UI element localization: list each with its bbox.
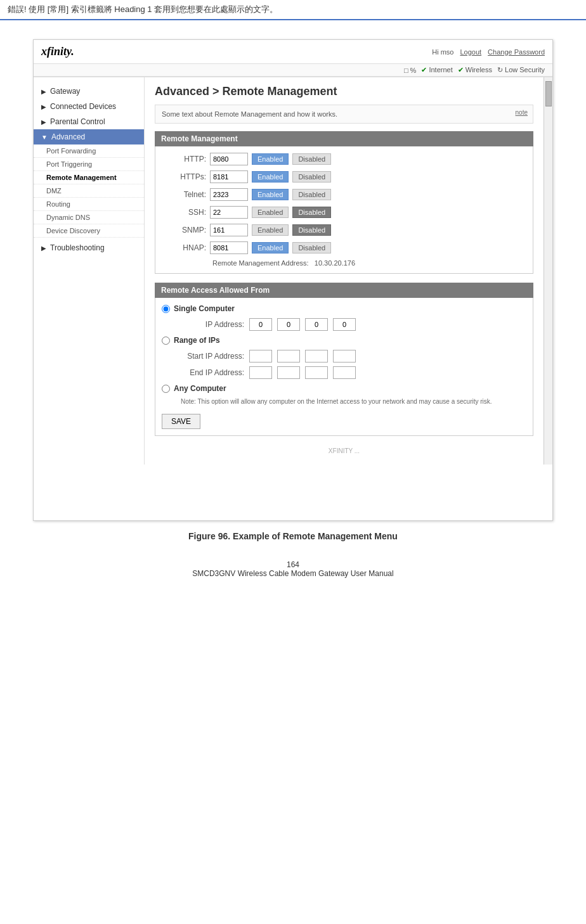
hnap-input[interactable]	[210, 241, 248, 254]
sidebar-sub-dynamic-dns[interactable]: Dynamic DNS	[34, 211, 144, 224]
single-computer-ip-row: IP Address:	[162, 318, 526, 331]
logo-bar: xfinity. Hi mso Logout Change Password	[34, 40, 552, 64]
ssh-disabled-button[interactable]: Disabled	[292, 207, 331, 218]
telnet-disabled-button[interactable]: Disabled	[292, 189, 331, 200]
http-enabled-button[interactable]: Enabled	[252, 153, 289, 165]
browser-inner: ▶ Gateway ▶ Connected Devices ▶ Parental…	[34, 77, 552, 465]
xfinity-logo: xfinity.	[41, 45, 74, 58]
footer-page-number: 164	[25, 560, 561, 569]
ssh-input[interactable]	[210, 206, 248, 219]
remote-address: Remote Management Address: 10.30.20.176	[162, 259, 526, 267]
telnet-label: Telnet:	[162, 190, 206, 199]
ssh-row: SSH: Enabled Disabled	[162, 206, 526, 219]
sidebar-sub-port-triggering[interactable]: Port Triggering	[34, 158, 144, 171]
sidebar-sub-label-device-discovery: Device Discovery	[46, 227, 100, 234]
http-label: HTTP:	[162, 155, 206, 164]
intro-section: Some text about Remote Management and ho…	[155, 105, 533, 124]
sidebar-label-connected-devices: Connected Devices	[50, 102, 116, 111]
error-bar: 錯誤! 使用 [常用] 索引標籤將 Heading 1 套用到您想要在此處顯示的…	[0, 0, 586, 20]
snmp-input[interactable]	[210, 224, 248, 236]
browser-footer-url: XFINITY ...	[155, 445, 533, 457]
ip-octet-3[interactable]	[305, 318, 328, 331]
remote-management-header: Remote Management	[155, 131, 533, 146]
any-computer-label: Any Computer	[174, 384, 226, 393]
internet-status: ✔ Internet	[421, 66, 452, 74]
telnet-input[interactable]	[210, 188, 248, 201]
sidebar-item-gateway[interactable]: ▶ Gateway	[34, 84, 144, 99]
end-ip-octet-2[interactable]	[277, 366, 300, 379]
page-wrapper: xfinity. Hi mso Logout Change Password □…	[0, 20, 586, 603]
remote-address-label: Remote Management Address:	[212, 259, 309, 267]
sidebar-label-advanced: Advanced	[51, 132, 85, 141]
sidebar-label-troubleshooting: Troubleshooting	[50, 243, 105, 252]
remote-management-panel: Remote Management HTTP: Enabled Disabled…	[155, 131, 533, 274]
sidebar-sub-dmz[interactable]: DMZ	[34, 184, 144, 198]
change-password-link[interactable]: Change Password	[488, 48, 545, 56]
hnap-label: HNAP:	[162, 243, 206, 252]
arrow-icon-gateway: ▶	[41, 88, 46, 95]
end-ip-octet-1[interactable]	[249, 366, 272, 379]
range-ip-radio[interactable]	[162, 337, 170, 345]
sidebar-sub-label-remote-management: Remote Management	[46, 174, 117, 181]
any-computer-row: Any Computer	[162, 384, 526, 393]
end-ip-label: End IP Address:	[181, 368, 244, 377]
single-computer-radio[interactable]	[162, 305, 170, 313]
end-ip-octet-4[interactable]	[333, 366, 356, 379]
http-row: HTTP: Enabled Disabled	[162, 153, 526, 165]
sidebar-sub-label-routing: Routing	[46, 200, 70, 208]
save-button[interactable]: SAVE	[162, 414, 200, 429]
sidebar-item-parental-control[interactable]: ▶ Parental Control	[34, 114, 144, 129]
sidebar-sub-port-forwarding[interactable]: Port Forwarding	[34, 144, 144, 158]
figure-caption: Figure 96. Example of Remote Management …	[25, 531, 561, 541]
end-ip-octet-3[interactable]	[305, 366, 328, 379]
ssh-enabled-button[interactable]: Enabled	[252, 207, 289, 218]
http-input[interactable]	[210, 153, 248, 165]
ip-octet-1[interactable]	[249, 318, 272, 331]
scroll-thumb[interactable]	[545, 81, 552, 106]
footer-subtext: SMCD3GNV Wireless Cable Modem Gateway Us…	[25, 569, 561, 578]
start-ip-octet-1[interactable]	[249, 350, 272, 363]
ip-octet-4[interactable]	[333, 318, 356, 331]
sidebar-item-connected-devices[interactable]: ▶ Connected Devices	[34, 99, 144, 114]
telnet-enabled-button[interactable]: Enabled	[252, 189, 289, 200]
range-ip-label: Range of IPs	[174, 336, 220, 345]
start-ip-octet-3[interactable]	[305, 350, 328, 363]
hnap-disabled-button[interactable]: Disabled	[292, 242, 331, 253]
logout-link[interactable]: Logout	[460, 48, 481, 56]
https-enabled-button[interactable]: Enabled	[252, 171, 289, 183]
any-computer-note: Note: This option will allow any compute…	[162, 398, 526, 405]
sidebar-sub-label-port-forwarding: Port Forwarding	[46, 147, 96, 155]
browser-window: xfinity. Hi mso Logout Change Password □…	[33, 39, 553, 521]
page-title: Advanced > Remote Management	[155, 85, 533, 98]
any-computer-radio[interactable]	[162, 385, 170, 393]
browser-scrollbar[interactable]	[544, 77, 552, 465]
start-ip-octet-4[interactable]	[333, 350, 356, 363]
arrow-icon-advanced: ▼	[41, 134, 48, 141]
arrow-icon-parental-control: ▶	[41, 119, 46, 125]
sidebar-item-troubleshooting[interactable]: ▶ Troubleshooting	[34, 240, 144, 255]
user-greeting: Hi mso	[432, 48, 453, 56]
sidebar-sub-remote-management[interactable]: Remote Management	[34, 171, 144, 184]
ssh-label: SSH:	[162, 208, 206, 217]
sidebar-item-advanced[interactable]: ▼ Advanced	[34, 129, 144, 144]
sidebar-sub-routing[interactable]: Routing	[34, 198, 144, 211]
snmp-disabled-button[interactable]: Disabled	[292, 224, 331, 236]
hnap-enabled-button[interactable]: Enabled	[252, 242, 289, 253]
https-input[interactable]	[210, 170, 248, 183]
https-label: HTTPs:	[162, 172, 206, 181]
single-computer-row: Single Computer	[162, 304, 526, 313]
snmp-row: SNMP: Enabled Disabled	[162, 224, 526, 236]
sidebar-sub-label-port-triggering: Port Triggering	[46, 160, 92, 168]
single-computer-label: Single Computer	[174, 304, 235, 313]
note-link[interactable]: note	[516, 109, 528, 116]
ip-octet-2[interactable]	[277, 318, 300, 331]
error-text: 錯誤! 使用 [常用] 索引標籤將 Heading 1 套用到您想要在此處顯示的…	[8, 4, 278, 14]
snmp-enabled-button[interactable]: Enabled	[252, 224, 289, 236]
https-disabled-button[interactable]: Disabled	[292, 171, 331, 183]
ip-address-label-single: IP Address:	[181, 320, 244, 329]
http-disabled-button[interactable]: Disabled	[292, 153, 331, 165]
start-ip-octet-2[interactable]	[277, 350, 300, 363]
sidebar-label-gateway: Gateway	[50, 87, 80, 96]
sidebar-sub-device-discovery[interactable]: Device Discovery	[34, 224, 144, 238]
snmp-label: SNMP:	[162, 226, 206, 234]
